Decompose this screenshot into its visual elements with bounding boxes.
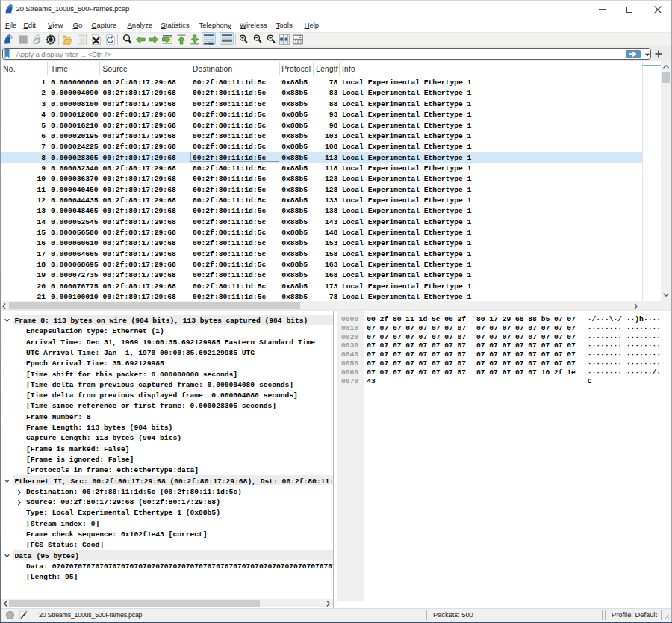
svg-text:1: 1 (299, 34, 302, 39)
svg-text:2: 2 (295, 39, 297, 43)
svg-text:3: 3 (299, 39, 302, 43)
